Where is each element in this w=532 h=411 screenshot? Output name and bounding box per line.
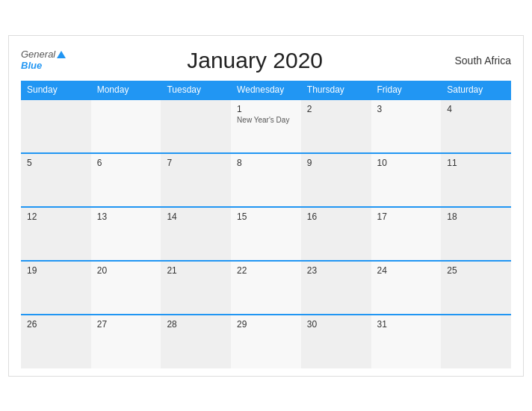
weekday-header: Friday — [371, 81, 442, 99]
weekday-header: Thursday — [301, 81, 371, 99]
day-number: 6 — [97, 158, 155, 168]
day-number: 13 — [97, 211, 155, 222]
calendar-day-cell — [91, 99, 161, 153]
calendar-day-cell: 19 — [21, 261, 91, 315]
calendar-day-cell: 22 — [231, 261, 301, 315]
calendar-day-cell: 17 — [371, 207, 442, 261]
day-number: 16 — [307, 211, 365, 222]
day-number: 18 — [447, 211, 505, 222]
day-number: 19 — [27, 265, 85, 276]
logo-blue-text: Blue — [21, 61, 42, 71]
calendar-day-cell: 26 — [21, 315, 91, 368]
calendar-day-cell: 1New Year's Day — [231, 99, 301, 153]
calendar-day-cell: 30 — [301, 315, 371, 368]
weekday-header-row: SundayMondayTuesdayWednesdayThursdayFrid… — [21, 81, 511, 99]
day-number: 8 — [237, 158, 295, 168]
day-number: 24 — [377, 265, 436, 276]
calendar-week-row: 19202122232425 — [21, 261, 511, 315]
calendar-day-cell: 31 — [371, 315, 442, 368]
calendar-week-row: 262728293031 — [21, 315, 511, 368]
calendar-day-cell: 16 — [301, 207, 371, 261]
calendar-day-cell: 11 — [441, 153, 511, 207]
day-number: 21 — [167, 265, 225, 276]
calendar-week-row: 567891011 — [21, 153, 511, 207]
day-number: 23 — [307, 265, 365, 276]
day-number: 1 — [237, 104, 295, 114]
event-label: New Year's Day — [237, 116, 295, 124]
calendar-day-cell: 24 — [371, 261, 442, 315]
day-number: 20 — [97, 265, 155, 276]
day-number: 27 — [97, 319, 155, 330]
calendar-day-cell: 15 — [231, 207, 301, 261]
calendar-week-row: 1New Year's Day234 — [21, 99, 511, 153]
day-number: 25 — [447, 265, 505, 276]
day-number: 31 — [377, 319, 436, 330]
calendar-day-cell: 9 — [301, 153, 371, 207]
logo-triangle-icon — [57, 51, 66, 58]
day-number: 22 — [237, 265, 295, 276]
calendar-title: January 2020 — [66, 48, 444, 73]
calendar-day-cell: 7 — [161, 153, 231, 207]
day-number: 9 — [307, 158, 365, 168]
calendar-day-cell: 6 — [91, 153, 161, 207]
day-number: 3 — [377, 104, 436, 114]
day-number: 7 — [167, 158, 225, 168]
calendar-day-cell: 13 — [91, 207, 161, 261]
country-label: South Africa — [444, 55, 511, 67]
calendar-day-cell: 8 — [231, 153, 301, 207]
calendar-day-cell: 12 — [21, 207, 91, 261]
calendar-header: General Blue January 2020 South Africa — [21, 48, 511, 73]
calendar-day-cell: 18 — [441, 207, 511, 261]
logo: General Blue — [21, 49, 66, 71]
calendar-table: SundayMondayTuesdayWednesdayThursdayFrid… — [21, 81, 511, 368]
calendar-day-cell: 23 — [301, 261, 371, 315]
weekday-header: Wednesday — [231, 81, 301, 99]
calendar-day-cell: 25 — [441, 261, 511, 315]
calendar-day-cell: 2 — [301, 99, 371, 153]
calendar-day-cell: 27 — [91, 315, 161, 368]
day-number: 26 — [27, 319, 85, 330]
logo-general-text: General — [21, 49, 55, 60]
calendar-day-cell: 29 — [231, 315, 301, 368]
day-number: 10 — [377, 158, 436, 168]
weekday-header: Sunday — [21, 81, 91, 99]
calendar-day-cell — [441, 315, 511, 368]
calendar-day-cell: 10 — [371, 153, 442, 207]
weekday-header: Monday — [91, 81, 161, 99]
day-number: 12 — [27, 211, 85, 222]
day-number: 11 — [447, 158, 505, 168]
calendar-week-row: 12131415161718 — [21, 207, 511, 261]
day-number: 17 — [377, 211, 436, 222]
weekday-header: Tuesday — [161, 81, 231, 99]
day-number: 29 — [237, 319, 295, 330]
calendar-container: General Blue January 2020 South Africa S… — [8, 35, 524, 377]
day-number: 2 — [307, 104, 365, 114]
calendar-day-cell — [21, 99, 91, 153]
day-number: 5 — [27, 158, 85, 168]
day-number: 30 — [307, 319, 365, 330]
calendar-day-cell: 14 — [161, 207, 231, 261]
day-number: 28 — [167, 319, 225, 330]
day-number: 15 — [237, 211, 295, 222]
calendar-day-cell: 21 — [161, 261, 231, 315]
day-number: 4 — [447, 104, 505, 114]
calendar-day-cell: 3 — [371, 99, 442, 153]
calendar-day-cell — [161, 99, 231, 153]
day-number: 14 — [167, 211, 225, 222]
weekday-header: Saturday — [441, 81, 511, 99]
calendar-day-cell: 5 — [21, 153, 91, 207]
calendar-day-cell: 28 — [161, 315, 231, 368]
calendar-day-cell: 20 — [91, 261, 161, 315]
calendar-day-cell: 4 — [441, 99, 511, 153]
